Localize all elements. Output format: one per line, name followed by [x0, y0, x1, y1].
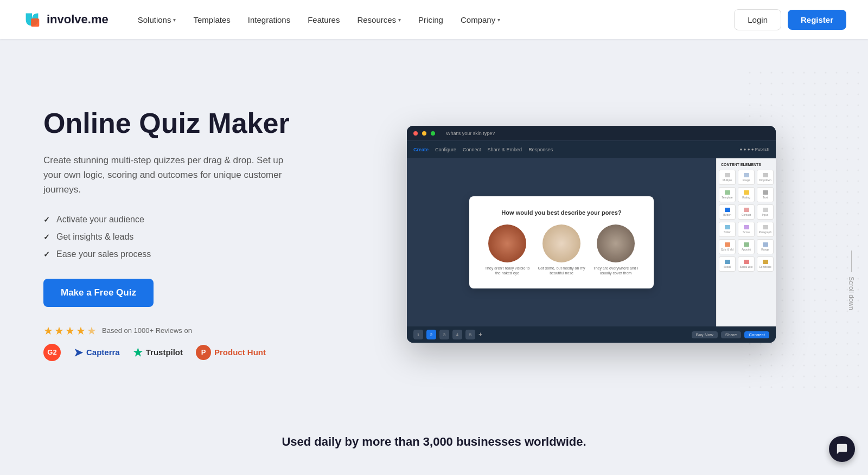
app-topbar: What's your skin type?: [407, 126, 776, 141]
sidebar-item-text[interactable]: Text: [757, 187, 774, 202]
sidebar-title: CONTENT ELEMENTS: [719, 163, 774, 166]
trustpilot-badge[interactable]: ★ Trustpilot: [133, 346, 183, 359]
nav-templates[interactable]: Templates: [186, 11, 238, 29]
quiz-question: How would you best describe your pores?: [480, 209, 643, 216]
sidebar-item-contact[interactable]: Contact: [738, 204, 755, 220]
option-label-1: They aren't really visible to the naked …: [483, 266, 532, 275]
preview-button[interactable]: Buy Now: [692, 331, 718, 338]
sidebar-item-appointment[interactable]: Appoint: [738, 239, 755, 254]
nav-pricing[interactable]: Pricing: [411, 11, 451, 29]
g2-icon: G2: [43, 344, 61, 361]
add-page-button[interactable]: +: [478, 331, 482, 338]
nav-links: Solutions ▾ Templates Integrations Featu…: [130, 11, 735, 29]
nav-solutions[interactable]: Solutions ▾: [130, 11, 184, 29]
nav-integrations[interactable]: Integrations: [240, 11, 298, 29]
range-slider-icon: [763, 242, 768, 247]
trustpilot-icon: ★: [133, 346, 143, 359]
star-3: ★: [65, 324, 75, 337]
sidebar-item-certificate[interactable]: Certificate: [757, 256, 774, 272]
nav-features[interactable]: Features: [300, 11, 347, 29]
page-4[interactable]: 4: [452, 330, 462, 339]
hero-section: Online Quiz Maker Create stunning multi-…: [0, 39, 868, 419]
stars-row: ★ ★ ★ ★ ★ Based on 1000+ Reviews on: [43, 324, 326, 337]
sidebar-item-paragraph[interactable]: Paragraph: [757, 222, 774, 237]
register-button[interactable]: Register: [788, 10, 846, 30]
app-nav-actions: ● ● ● ● Publish: [740, 147, 769, 152]
sidebar-item-multiple-choice[interactable]: Multiple: [719, 170, 736, 185]
badge-row: G2 ➤ Capterra ★ Trustpilot P Product Hun…: [43, 344, 326, 361]
image-choice-icon: [744, 173, 749, 177]
chat-icon: [836, 443, 848, 455]
make-quiz-button[interactable]: Make a Free Quiz: [43, 279, 154, 307]
login-button[interactable]: Login: [734, 9, 781, 30]
quiz-option-3[interactable]: They are everywhere and I usually cover …: [591, 224, 640, 275]
contact-form-icon: [744, 208, 749, 212]
sidebar-item-template[interactable]: Template: [719, 187, 736, 202]
checklist-item-1: ✓ Activate your audience: [43, 215, 326, 224]
producthunt-icon: P: [196, 345, 211, 360]
connect-button[interactable]: Connect: [744, 331, 769, 338]
app-nav-responses[interactable]: Responses: [528, 147, 553, 152]
option-label-3: They are everywhere and I usually cover …: [591, 266, 640, 275]
app-tab-title: What's your skin type?: [446, 131, 495, 136]
app-body: How would you best describe your pores? …: [407, 158, 776, 326]
quiz-video-icon: [725, 242, 730, 247]
sidebar-item-range[interactable]: Range: [757, 239, 774, 254]
sidebar-item-score[interactable]: Score: [738, 222, 755, 237]
g2-badge[interactable]: G2: [43, 344, 61, 361]
check-icon-1: ✓: [43, 215, 50, 224]
chat-bubble[interactable]: [829, 436, 855, 462]
bottom-tagline: Used daily by more than 3,000 businesses…: [0, 419, 868, 465]
page-5[interactable]: 5: [465, 330, 475, 339]
capterra-icon: ➤: [74, 346, 83, 359]
capterra-badge[interactable]: ➤ Capterra: [74, 346, 120, 359]
nav-company[interactable]: Company ▾: [453, 11, 508, 29]
nav-resources[interactable]: Resources ▾: [349, 11, 409, 29]
star-4: ★: [76, 324, 86, 337]
page-3[interactable]: 3: [439, 330, 449, 339]
sidebar-item-button[interactable]: Button: [719, 204, 736, 220]
producthunt-badge[interactable]: P Product Hunt: [196, 345, 266, 360]
producthunt-label: Product Hunt: [214, 348, 266, 357]
trustpilot-label: Trustpilot: [146, 348, 183, 357]
slider-icon: [725, 225, 730, 229]
sidebar-item-dropdown[interactable]: Dropdown: [757, 170, 774, 185]
quiz-card: How would you best describe your pores? …: [469, 196, 654, 288]
app-nav-connect[interactable]: Connect: [463, 147, 481, 152]
app-inner: What's your skin type? Create Configure …: [407, 126, 776, 343]
quiz-options: They aren't really visible to the naked …: [480, 224, 643, 275]
sidebar-item-input[interactable]: Input: [757, 204, 774, 220]
dropdown-icon: [763, 173, 768, 177]
sidebar-item-quiz-video[interactable]: Quiz & Vid: [719, 239, 736, 254]
sidebar-item-image[interactable]: Image: [738, 170, 755, 185]
sidebar-item-social-share[interactable]: Social: [719, 256, 736, 272]
star-5: ★: [87, 324, 97, 337]
template-icon: [725, 190, 730, 195]
option-image-1: [488, 224, 526, 262]
sidebar-item-slider[interactable]: Slider: [719, 222, 736, 237]
app-nav-configure[interactable]: Configure: [435, 147, 456, 152]
hero-right: What's your skin type? Create Configure …: [326, 126, 835, 343]
text-icon: [763, 190, 768, 195]
app-nav-create[interactable]: Create: [413, 147, 429, 152]
quiz-option-1[interactable]: They aren't really visible to the naked …: [483, 224, 532, 275]
page-2[interactable]: 2: [426, 330, 436, 339]
reviews-text: Based on 1000+ Reviews on: [102, 326, 192, 335]
sidebar-item-rating[interactable]: Rating: [738, 187, 755, 202]
app-canvas: How would you best describe your pores? …: [407, 158, 716, 326]
share-button[interactable]: Share: [721, 331, 741, 338]
social-share-icon: [725, 260, 730, 264]
sidebar-item-social-like[interactable]: Social Like: [738, 256, 755, 272]
app-nav-share[interactable]: Share & Embed: [488, 147, 522, 152]
quiz-option-2[interactable]: Got some, but mostly on my beautiful nos…: [537, 224, 586, 275]
hero-left: Online Quiz Maker Create stunning multi-…: [43, 107, 326, 361]
page-1[interactable]: 1: [413, 330, 423, 339]
paragraph-icon: [763, 225, 768, 229]
check-icon-2: ✓: [43, 233, 50, 241]
solutions-chevron-icon: ▾: [173, 17, 176, 23]
logo[interactable]: involve.me: [22, 9, 108, 30]
social-like-icon: [744, 260, 749, 264]
star-2: ★: [54, 324, 64, 337]
checklist: ✓ Activate your audience ✓ Get insights …: [43, 215, 326, 259]
rating-icon: [744, 190, 749, 195]
